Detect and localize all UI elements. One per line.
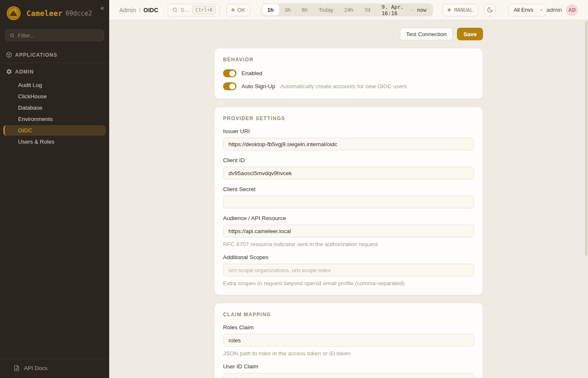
additional-scopes-field: Additional Scopes Extra scopes to reques… — [223, 254, 474, 286]
search-icon — [10, 33, 15, 38]
breadcrumb-separator: / — [139, 7, 141, 13]
client-id-field: Client ID — [223, 157, 474, 179]
auto-signup-toggle[interactable] — [223, 82, 236, 90]
environment-select[interactable]: All Envs ▾ — [508, 4, 546, 16]
field-label: User ID Claim — [223, 363, 474, 370]
chevron-down-icon: ▾ — [536, 4, 546, 16]
manual-refresh-button[interactable]: MANUAL — [442, 4, 478, 16]
document-icon — [13, 365, 20, 371]
time-span-to: now — [417, 7, 427, 13]
issuer-uri-field: Issuer URI — [223, 128, 474, 150]
client-secret-field: Client Secret — [223, 186, 474, 208]
global-search[interactable]: S… Ctrl+K — [168, 4, 220, 16]
search-placeholder-text: S… — [181, 7, 190, 13]
time-range-3h[interactable]: 3h — [279, 4, 296, 16]
time-span-display[interactable]: 9. Apr. 16:16 – now — [376, 4, 433, 16]
claim-mapping-card: CLAIM MAPPING Roles Claim JSON path to r… — [214, 303, 483, 378]
time-span-from: 9. Apr. 16:16 — [382, 4, 407, 16]
card-title: CLAIM MAPPING — [223, 312, 474, 318]
field-label: Roles Claim — [223, 324, 474, 331]
field-label: Audience / API Resource — [223, 215, 474, 221]
sidebar-item-api-docs[interactable]: API Docs — [6, 365, 103, 371]
save-button[interactable]: Save — [457, 28, 483, 40]
section-label: ADMIN — [15, 69, 34, 75]
topbar: Admin / OIDC S… Ctrl+K OK 1h 3h 6h Today… — [109, 0, 588, 20]
sidebar-divider — [0, 63, 109, 63]
sidebar-header: Cameleer 69dcce2 « — [0, 0, 109, 26]
gear-icon — [6, 68, 12, 75]
roles-claim-field: Roles Claim JSON path to roles in the ac… — [223, 324, 474, 357]
sidebar-item-oidc[interactable]: OIDC — [3, 125, 106, 136]
test-connection-button[interactable]: Test Connection — [400, 28, 453, 40]
time-range-7d[interactable]: 7d — [359, 4, 375, 16]
audience-field: Audience / API Resource RFC 8707 resourc… — [223, 215, 474, 247]
sidebar-filter — [0, 26, 109, 47]
breadcrumb: Admin / OIDC — [119, 7, 158, 13]
time-range-1h[interactable]: 1h — [262, 4, 279, 16]
page-actions: Test Connection Save — [214, 28, 483, 40]
app-window: Cameleer 69dcce2 « APPLICATIONS ADMIN Au… — [0, 0, 588, 378]
breadcrumb-page: OIDC — [144, 7, 158, 13]
main-area: Admin / OIDC S… Ctrl+K OK 1h 3h 6h Today… — [109, 0, 588, 378]
admin-menu: Audit Log ClickHouse Database Environmen… — [0, 79, 109, 148]
enabled-toggle[interactable] — [223, 69, 236, 77]
manual-dot — [448, 8, 451, 11]
client-id-input[interactable] — [223, 167, 474, 179]
username-label: admin — [546, 7, 562, 13]
time-range-control: 1h 3h 6h Today 24h 7d 9. Apr. 16:16 – no… — [261, 3, 433, 16]
sidebar-item-database[interactable]: Database — [3, 102, 106, 113]
package-icon — [6, 52, 12, 58]
filter-input[interactable] — [18, 32, 100, 39]
section-label: APPLICATIONS — [15, 52, 57, 58]
field-hint: JSON path to roles in the access token o… — [223, 350, 474, 357]
api-docs-label: API Docs — [24, 365, 47, 371]
field-label: Client ID — [223, 157, 474, 163]
sidebar-footer: API Docs — [0, 359, 109, 378]
search-shortcut: Ctrl+K — [192, 6, 216, 14]
manual-label: MANUAL — [454, 7, 473, 13]
sidebar-item-environments[interactable]: Environments — [3, 114, 106, 124]
sidebar-section-admin[interactable]: ADMIN — [0, 64, 109, 79]
provider-settings-card: PROVIDER SETTINGS Issuer URI Client ID C… — [214, 107, 483, 295]
sidebar-collapse-icon[interactable]: « — [100, 4, 104, 12]
issuer-uri-input[interactable] — [223, 138, 474, 150]
field-label: Client Secret — [223, 186, 474, 192]
field-hint: RFC 8707 resource indicator sent in the … — [223, 241, 474, 247]
field-label: Additional Scopes — [223, 254, 474, 260]
audience-input[interactable] — [223, 225, 474, 237]
field-hint: Extra scopes to request beyond openid em… — [223, 280, 474, 286]
time-range-24h[interactable]: 24h — [339, 4, 359, 16]
client-secret-input[interactable] — [223, 196, 474, 208]
avatar[interactable]: AD — [566, 4, 578, 16]
filter-box[interactable] — [5, 29, 104, 41]
status-label: OK — [237, 7, 245, 13]
user-area: admin AD — [546, 4, 578, 16]
behavior-card: BEHAVIOR Enabled Auto Sign-Up Automatica… — [214, 48, 483, 99]
time-range-today[interactable]: Today — [313, 4, 339, 16]
time-range-6h[interactable]: 6h — [296, 4, 313, 16]
environment-value: All Envs — [509, 7, 536, 13]
scrollbar-thumb[interactable] — [585, 21, 588, 256]
brand-name: Cameleer — [26, 9, 63, 18]
status-ok-dot — [231, 8, 234, 11]
toggle-hint: Automatically create accounts for new OI… — [280, 83, 407, 89]
page-content: Test Connection Save BEHAVIOR Enabled Au… — [109, 20, 588, 378]
breadcrumb-section[interactable]: Admin — [119, 7, 136, 13]
additional-scopes-input[interactable] — [223, 264, 474, 276]
moon-icon — [487, 7, 493, 13]
status-badge[interactable]: OK — [226, 4, 250, 16]
field-label: Issuer URI — [223, 128, 474, 134]
auto-signup-toggle-row: Auto Sign-Up Automatically create accoun… — [223, 82, 474, 90]
toggle-label: Auto Sign-Up — [242, 83, 275, 89]
user-id-claim-field: User ID Claim Claim used as unique ident… — [223, 363, 474, 378]
sidebar-item-clickhouse[interactable]: ClickHouse — [3, 91, 106, 102]
roles-claim-input[interactable] — [223, 334, 474, 346]
brand-build: 69dcce2 — [66, 10, 92, 17]
card-title: PROVIDER SETTINGS — [223, 116, 474, 121]
theme-toggle-button[interactable] — [484, 4, 496, 16]
user-id-claim-input[interactable] — [223, 373, 474, 378]
camel-coin-logo — [6, 5, 21, 21]
sidebar-item-audit-log[interactable]: Audit Log — [3, 80, 106, 90]
sidebar-section-applications[interactable]: APPLICATIONS — [0, 47, 109, 62]
sidebar-item-users-roles[interactable]: Users & Roles — [3, 136, 106, 147]
